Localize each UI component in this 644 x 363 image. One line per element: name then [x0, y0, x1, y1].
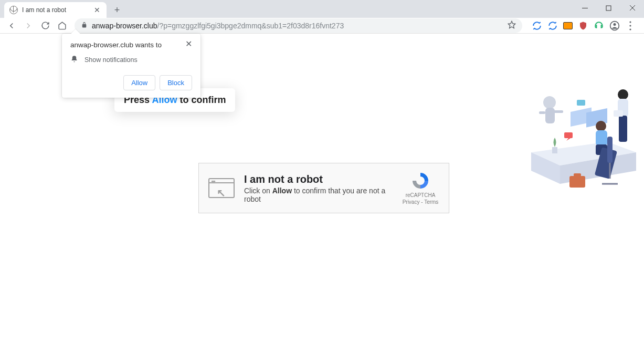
notification-permission-dialog: anwap-browser.club wants to ✕ Show notif…: [62, 34, 200, 98]
maximize-button[interactable]: [597, 0, 620, 16]
office-illustration: [529, 74, 639, 202]
forward-button[interactable]: [21, 18, 36, 33]
minimize-button[interactable]: [573, 0, 597, 16]
svg-rect-23: [607, 137, 613, 163]
svg-point-19: [596, 121, 606, 131]
shield-extension-icon[interactable]: [578, 20, 588, 31]
recaptcha-badge: reCAPTCHA Privacy - Terms: [402, 171, 439, 205]
svg-rect-29: [614, 110, 623, 117]
address-bar[interactable]: anwap-browser.club/?p=gmzggzlfgi5gi3bpge…: [75, 18, 522, 33]
svg-marker-4: [508, 21, 515, 28]
orange-extension-icon[interactable]: [563, 22, 573, 29]
back-button[interactable]: [4, 18, 19, 33]
svg-rect-20: [596, 130, 607, 146]
headphones-extension-icon[interactable]: [594, 20, 604, 31]
browser-toolbar: anwap-browser.club/?p=gmzggzlfgi5gi3bpge…: [0, 18, 644, 34]
permission-item-label: Show notifications: [85, 56, 138, 64]
reload-button[interactable]: [38, 18, 52, 33]
svg-point-8: [629, 25, 631, 26]
svg-rect-30: [569, 176, 585, 188]
svg-rect-32: [552, 147, 557, 153]
svg-point-9: [629, 28, 631, 30]
extension-icons: [527, 20, 640, 31]
block-button[interactable]: Block: [160, 75, 192, 90]
svg-point-15: [543, 96, 556, 109]
svg-rect-1: [606, 6, 611, 11]
url-text: anwap-browser.club/?p=gmzggzlfgi5gi3bpge…: [92, 22, 344, 30]
sync-extension-icon[interactable]: [532, 20, 542, 31]
fake-captcha-box: ●●● ↖ I am not a robot Click on Allow to…: [198, 163, 449, 213]
svg-point-6: [614, 23, 616, 26]
svg-rect-17: [539, 111, 545, 114]
svg-rect-28: [619, 116, 627, 142]
close-window-button[interactable]: [620, 0, 644, 16]
bookmark-star-icon[interactable]: [508, 20, 516, 30]
captcha-subtitle: Click on Allow to confirm that you are n…: [244, 186, 392, 203]
allow-button[interactable]: Allow: [123, 75, 155, 90]
home-button[interactable]: [55, 18, 69, 33]
profile-avatar-icon[interactable]: [609, 20, 620, 31]
window-controls: [573, 0, 644, 16]
svg-rect-18: [554, 110, 563, 113]
new-tab-button[interactable]: +: [110, 3, 124, 17]
svg-rect-16: [545, 108, 555, 123]
svg-rect-33: [577, 100, 585, 106]
globe-icon: [9, 6, 18, 14]
svg-rect-34: [564, 132, 573, 138]
close-permission-dialog-icon[interactable]: ✕: [185, 39, 192, 49]
browser-tab[interactable]: I am not a robot ✕: [4, 2, 107, 18]
bell-icon: [70, 55, 78, 65]
svg-marker-35: [566, 138, 571, 141]
permission-dialog-title: anwap-browser.club wants to: [70, 41, 185, 49]
browser-window-icon: ●●● ↖: [208, 178, 235, 198]
tab-title: I am not a robot: [22, 6, 89, 14]
svg-point-26: [618, 89, 628, 100]
captcha-title: I am not a robot: [244, 173, 392, 185]
menu-dots-icon[interactable]: [625, 20, 636, 31]
close-tab-icon[interactable]: ✕: [93, 6, 101, 14]
sync2-extension-icon[interactable]: [547, 20, 558, 31]
svg-rect-31: [574, 173, 581, 177]
lock-icon: [81, 22, 88, 30]
browser-tabstrip: I am not a robot ✕ +: [0, 0, 644, 18]
recaptcha-icon: [411, 171, 430, 190]
svg-point-7: [629, 21, 631, 23]
